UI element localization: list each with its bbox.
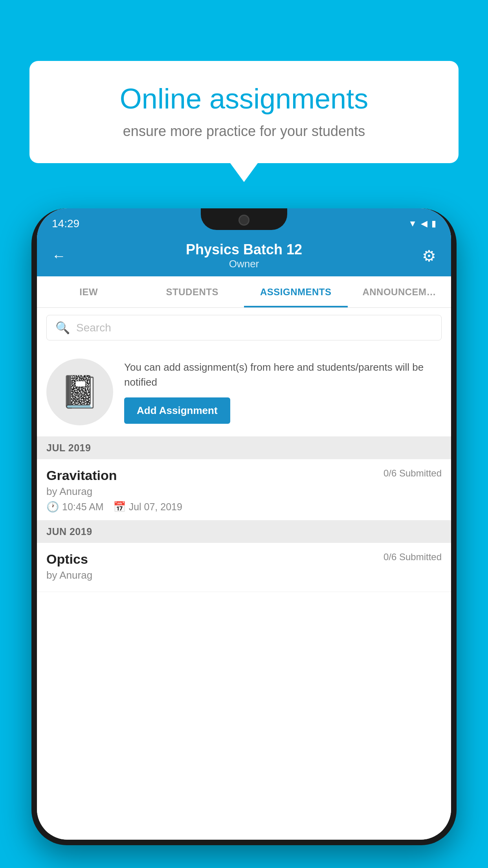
- assignment-date: Jul 07, 2019: [129, 501, 182, 513]
- signal-icon: ◀: [421, 219, 427, 229]
- search-placeholder: Search: [76, 322, 111, 334]
- front-camera: [238, 215, 250, 226]
- search-bar[interactable]: 🔍 Search: [46, 315, 442, 340]
- tabs-container: IEW STUDENTS ASSIGNMENTS ANNOUNCEM…: [37, 276, 451, 308]
- assignment-top-row: Gravitation 0/6 Submitted: [46, 468, 442, 483]
- search-icon: 🔍: [55, 321, 70, 335]
- phone-container: 14:29 ▼ ◀ ▮ ← Physics Batch 12 Owner ⚙: [31, 208, 457, 845]
- promo-description: You can add assignment(s) from here and …: [124, 360, 442, 390]
- assignment-meta: 🕐 10:45 AM 📅 Jul 07, 2019: [46, 501, 442, 513]
- assignment-by: by Anurag: [46, 569, 442, 581]
- date-meta: 📅 Jul 07, 2019: [113, 501, 182, 513]
- status-icons: ▼ ◀ ▮: [408, 219, 436, 229]
- assignment-name: Gravitation: [46, 468, 117, 483]
- search-container: 🔍 Search: [37, 308, 451, 348]
- calendar-icon: 📅: [113, 501, 126, 513]
- assignment-name: Optics: [46, 552, 88, 567]
- notebook-icon: 📓: [60, 373, 99, 410]
- assignment-status: 0/6 Submitted: [383, 552, 442, 563]
- time-meta: 🕐 10:45 AM: [46, 501, 104, 513]
- phone-frame: 14:29 ▼ ◀ ▮ ← Physics Batch 12 Owner ⚙: [31, 208, 457, 845]
- table-row[interactable]: Gravitation 0/6 Submitted by Anurag 🕐 10…: [37, 459, 451, 520]
- section-jul-2019: JUL 2019: [37, 437, 451, 459]
- tab-iew[interactable]: IEW: [37, 276, 141, 307]
- settings-icon[interactable]: ⚙: [422, 247, 436, 265]
- assignment-time: 10:45 AM: [62, 501, 104, 513]
- wifi-icon: ▼: [408, 219, 417, 229]
- promo-card: 📓 You can add assignment(s) from here an…: [37, 348, 451, 437]
- assignment-top-row: Optics 0/6 Submitted: [46, 552, 442, 567]
- tab-announcements[interactable]: ANNOUNCEM…: [348, 276, 451, 307]
- phone-screen: 14:29 ▼ ◀ ▮ ← Physics Batch 12 Owner ⚙: [37, 208, 451, 840]
- content-area: 🔍 Search 📓 You can add assignment(s) fro…: [37, 308, 451, 840]
- speech-bubble: Online assignments ensure more practice …: [29, 61, 459, 163]
- add-assignment-button[interactable]: Add Assignment: [124, 397, 230, 424]
- clock-icon: 🕐: [46, 501, 59, 513]
- tab-students[interactable]: STUDENTS: [141, 276, 244, 307]
- promo-icon-circle: 📓: [46, 359, 113, 425]
- table-row[interactable]: Optics 0/6 Submitted by Anurag: [37, 543, 451, 592]
- speech-bubble-subtitle: ensure more practice for your students: [53, 123, 435, 140]
- tab-assignments[interactable]: ASSIGNMENTS: [244, 276, 348, 307]
- app-header: ← Physics Batch 12 Owner ⚙: [37, 235, 451, 276]
- assignment-status: 0/6 Submitted: [383, 468, 442, 479]
- phone-notch: [201, 208, 287, 230]
- assignment-by: by Anurag: [46, 485, 442, 498]
- header-center: Physics Batch 12 Owner: [186, 241, 302, 270]
- back-button[interactable]: ←: [52, 248, 66, 264]
- battery-icon: ▮: [431, 219, 436, 229]
- speech-bubble-container: Online assignments ensure more practice …: [29, 61, 459, 163]
- status-time: 14:29: [52, 217, 79, 230]
- header-title: Physics Batch 12: [186, 241, 302, 258]
- speech-bubble-title: Online assignments: [53, 83, 435, 115]
- section-jun-2019: JUN 2019: [37, 520, 451, 543]
- header-subtitle: Owner: [186, 258, 302, 270]
- promo-text-area: You can add assignment(s) from here and …: [124, 360, 442, 424]
